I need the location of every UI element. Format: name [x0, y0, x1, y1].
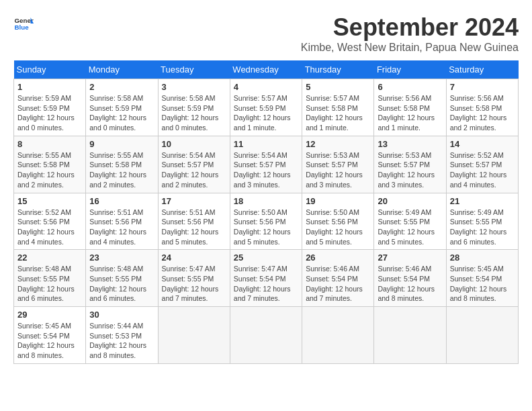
calendar-cell: 8Sunrise: 5:55 AMSunset: 5:58 PMDaylight…: [14, 136, 86, 193]
day-number: 22: [17, 253, 82, 263]
day-info: Sunrise: 5:50 AMSunset: 5:56 PMDaylight:…: [306, 208, 370, 247]
calendar-cell: 17Sunrise: 5:51 AMSunset: 5:56 PMDayligh…: [158, 193, 230, 250]
day-number: 20: [378, 196, 442, 206]
title-block: September 2024 Kimbe, West New Britain, …: [301, 13, 519, 54]
day-info: Sunrise: 5:47 AMSunset: 5:55 PMDaylight:…: [162, 264, 226, 304]
day-info: Sunrise: 5:55 AMSunset: 5:58 PMDaylight:…: [17, 150, 82, 190]
day-info: Sunrise: 5:52 AMSunset: 5:57 PMDaylight:…: [450, 150, 515, 190]
day-number: 29: [17, 310, 82, 320]
day-info: Sunrise: 5:59 AMSunset: 5:59 PMDaylight:…: [17, 93, 82, 133]
day-info: Sunrise: 5:50 AMSunset: 5:56 PMDaylight:…: [234, 208, 298, 247]
calendar-cell: [230, 307, 302, 364]
day-number: 18: [234, 196, 298, 206]
day-info: Sunrise: 5:55 AMSunset: 5:58 PMDaylight:…: [89, 150, 154, 190]
calendar-cell: 21Sunrise: 5:49 AMSunset: 5:55 PMDayligh…: [446, 193, 518, 250]
calendar-cell: 4Sunrise: 5:57 AMSunset: 5:59 PMDaylight…: [230, 79, 302, 136]
day-info: Sunrise: 5:49 AMSunset: 5:55 PMDaylight:…: [378, 208, 442, 247]
calendar-cell: 16Sunrise: 5:51 AMSunset: 5:56 PMDayligh…: [86, 193, 158, 250]
day-number: 17: [162, 196, 226, 206]
day-number: 16: [89, 196, 154, 206]
day-info: Sunrise: 5:57 AMSunset: 5:58 PMDaylight:…: [306, 93, 370, 133]
day-info: Sunrise: 5:45 AMSunset: 5:54 PMDaylight:…: [17, 321, 82, 361]
weekday-header-thursday: Thursday: [302, 60, 374, 79]
calendar-cell: 27Sunrise: 5:46 AMSunset: 5:54 PMDayligh…: [374, 250, 446, 307]
week-row-2: 8Sunrise: 5:55 AMSunset: 5:58 PMDaylight…: [14, 136, 519, 193]
weekday-header-tuesday: Tuesday: [158, 60, 230, 79]
calendar-cell: 12Sunrise: 5:53 AMSunset: 5:57 PMDayligh…: [302, 136, 374, 193]
day-number: 15: [17, 196, 82, 206]
day-info: Sunrise: 5:54 AMSunset: 5:57 PMDaylight:…: [234, 150, 298, 190]
day-info: Sunrise: 5:53 AMSunset: 5:57 PMDaylight:…: [306, 150, 370, 190]
calendar-cell: [446, 307, 518, 364]
calendar-cell: [158, 307, 230, 364]
calendar-cell: 7Sunrise: 5:56 AMSunset: 5:58 PMDaylight…: [446, 79, 518, 136]
day-number: 12: [306, 139, 370, 149]
weekday-header-monday: Monday: [86, 60, 158, 79]
calendar-cell: [302, 307, 374, 364]
calendar-cell: 9Sunrise: 5:55 AMSunset: 5:58 PMDaylight…: [86, 136, 158, 193]
calendar-cell: 29Sunrise: 5:45 AMSunset: 5:54 PMDayligh…: [14, 307, 86, 364]
day-number: 1: [17, 82, 82, 92]
day-number: 9: [89, 139, 154, 149]
week-row-4: 22Sunrise: 5:48 AMSunset: 5:55 PMDayligh…: [14, 250, 519, 307]
day-info: Sunrise: 5:51 AMSunset: 5:56 PMDaylight:…: [162, 208, 226, 247]
week-row-3: 15Sunrise: 5:52 AMSunset: 5:56 PMDayligh…: [14, 193, 519, 250]
day-info: Sunrise: 5:46 AMSunset: 5:54 PMDaylight:…: [306, 264, 370, 304]
weekday-header-saturday: Saturday: [446, 60, 518, 79]
day-info: Sunrise: 5:57 AMSunset: 5:59 PMDaylight:…: [234, 93, 298, 133]
day-number: 7: [450, 82, 515, 92]
calendar-cell: 25Sunrise: 5:47 AMSunset: 5:54 PMDayligh…: [230, 250, 302, 307]
calendar-table: SundayMondayTuesdayWednesdayThursdayFrid…: [13, 60, 519, 364]
day-info: Sunrise: 5:52 AMSunset: 5:56 PMDaylight:…: [17, 208, 82, 247]
day-number: 2: [89, 82, 154, 92]
day-number: 24: [162, 253, 226, 263]
calendar-cell: 22Sunrise: 5:48 AMSunset: 5:55 PMDayligh…: [14, 250, 86, 307]
calendar-cell: 30Sunrise: 5:44 AMSunset: 5:53 PMDayligh…: [86, 307, 158, 364]
day-number: 3: [162, 82, 226, 92]
day-number: 23: [89, 253, 154, 263]
day-info: Sunrise: 5:56 AMSunset: 5:58 PMDaylight:…: [378, 93, 442, 133]
calendar-cell: 3Sunrise: 5:58 AMSunset: 5:59 PMDaylight…: [158, 79, 230, 136]
day-info: Sunrise: 5:44 AMSunset: 5:53 PMDaylight:…: [89, 321, 154, 361]
day-info: Sunrise: 5:58 AMSunset: 5:59 PMDaylight:…: [89, 93, 154, 133]
day-number: 13: [378, 139, 442, 149]
week-row-5: 29Sunrise: 5:45 AMSunset: 5:54 PMDayligh…: [14, 307, 519, 364]
calendar-cell: 10Sunrise: 5:54 AMSunset: 5:57 PMDayligh…: [158, 136, 230, 193]
calendar-cell: 18Sunrise: 5:50 AMSunset: 5:56 PMDayligh…: [230, 193, 302, 250]
calendar-cell: 15Sunrise: 5:52 AMSunset: 5:56 PMDayligh…: [14, 193, 86, 250]
day-number: 8: [17, 139, 82, 149]
day-number: 21: [450, 196, 515, 206]
day-number: 14: [450, 139, 515, 149]
day-number: 19: [306, 196, 370, 206]
day-number: 11: [234, 139, 298, 149]
calendar-cell: 23Sunrise: 5:48 AMSunset: 5:55 PMDayligh…: [86, 250, 158, 307]
calendar-cell: 26Sunrise: 5:46 AMSunset: 5:54 PMDayligh…: [302, 250, 374, 307]
day-number: 27: [378, 253, 442, 263]
day-number: 25: [234, 253, 298, 263]
weekday-header-sunday: Sunday: [14, 60, 86, 79]
weekday-header-wednesday: Wednesday: [230, 60, 302, 79]
day-number: 26: [306, 253, 370, 263]
calendar-cell: 1Sunrise: 5:59 AMSunset: 5:59 PMDaylight…: [14, 79, 86, 136]
calendar-cell: 6Sunrise: 5:56 AMSunset: 5:58 PMDaylight…: [374, 79, 446, 136]
calendar-cell: [374, 307, 446, 364]
day-number: 28: [450, 253, 515, 263]
week-row-1: 1Sunrise: 5:59 AMSunset: 5:59 PMDaylight…: [14, 79, 519, 136]
logo: General Blue: [13, 13, 34, 34]
svg-text:Blue: Blue: [15, 24, 30, 31]
location-title: Kimbe, West New Britain, Papua New Guine…: [301, 42, 519, 54]
month-title: September 2024: [301, 13, 519, 42]
day-info: Sunrise: 5:49 AMSunset: 5:55 PMDaylight:…: [450, 208, 515, 247]
day-number: 30: [89, 310, 154, 320]
day-info: Sunrise: 5:45 AMSunset: 5:54 PMDaylight:…: [450, 264, 515, 304]
day-info: Sunrise: 5:48 AMSunset: 5:55 PMDaylight:…: [89, 264, 154, 304]
day-info: Sunrise: 5:46 AMSunset: 5:54 PMDaylight:…: [378, 264, 442, 304]
calendar-cell: 19Sunrise: 5:50 AMSunset: 5:56 PMDayligh…: [302, 193, 374, 250]
calendar-cell: 24Sunrise: 5:47 AMSunset: 5:55 PMDayligh…: [158, 250, 230, 307]
page-header: General Blue September 2024 Kimbe, West …: [13, 13, 519, 54]
day-number: 5: [306, 82, 370, 92]
day-info: Sunrise: 5:48 AMSunset: 5:55 PMDaylight:…: [17, 264, 82, 304]
day-number: 6: [378, 82, 442, 92]
weekday-header-row: SundayMondayTuesdayWednesdayThursdayFrid…: [14, 60, 519, 79]
day-info: Sunrise: 5:54 AMSunset: 5:57 PMDaylight:…: [162, 150, 226, 190]
